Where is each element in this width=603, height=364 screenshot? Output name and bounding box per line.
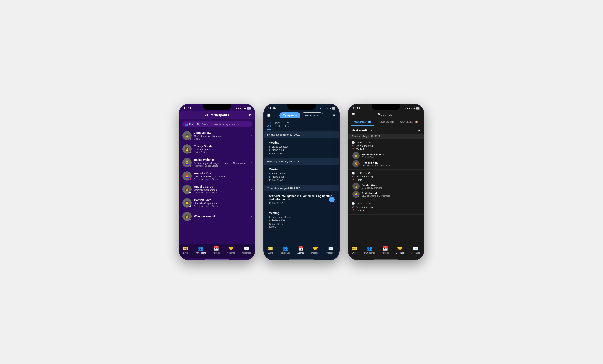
filter-icon-1[interactable]: ▼ <box>248 113 251 117</box>
participant-item-5[interactable]: 👩 Angelle Curtis Umbrella Corporation Re… <box>179 183 255 196</box>
event-icon-3: 🎫 <box>352 246 357 251</box>
nav-messages-1[interactable]: ✉️ Messages <box>242 246 251 254</box>
nav-participants-2[interactable]: 👥 Participants <box>280 246 290 254</box>
location-icon-1: 📍 <box>352 148 355 151</box>
meeting-slot-2[interactable]: 🕐 12:40 - 12:45 👁 On-site meeting 📍 Tabl… <box>348 170 424 200</box>
participant-info-3: Bailee Webster Senior Project Manager at… <box>194 158 248 167</box>
search-divider <box>195 123 195 125</box>
nav-messages-label-1: Messages <box>242 252 251 254</box>
meeting-card-4[interactable]: Meeting September Hunter Arabella Kirk 1… <box>266 209 337 230</box>
agenda-header: ☰ My Agenda Full Agenda ▼ <box>264 111 339 120</box>
people-icon: 👥 <box>185 123 188 126</box>
participant-item-6[interactable]: 🧔 Garrick Love Umbrella Corporation Redm… <box>179 196 255 210</box>
nav-participants-1[interactable]: 👥 Participants <box>195 246 206 254</box>
meeting-title-1: Meeting <box>269 141 334 144</box>
phone3-meetings: 11:29 ▲▲▲ LTE ▓▓ ☰ Meetings ACCEPTED 8 P… <box>348 104 424 260</box>
slot-person-role-1a: Soylent Corp <box>362 156 384 159</box>
network-2: LTE <box>327 107 331 110</box>
battery-icon-1: ▓▓ <box>247 107 251 110</box>
home-indicator-2 <box>290 259 313 260</box>
section-header-3: Thursday, August 18, 2022 <box>264 185 339 191</box>
chevron-right-5: › <box>251 188 252 191</box>
event-icon-1: 🎫 <box>183 246 188 251</box>
meeting-card-3[interactable]: Artificial Intelligence in Biomedical En… <box>266 193 337 207</box>
participants-icon-1: 👥 <box>198 246 203 251</box>
pending-badge: 0 <box>390 121 394 123</box>
participant-org-4: CEO at Umbrella Corporation <box>194 175 248 178</box>
hamburger-icon-1[interactable]: ☰ <box>183 113 186 117</box>
tab-pending[interactable]: PENDING 0 <box>374 119 398 126</box>
avatar-wrap-7: 👩 <box>182 212 192 221</box>
hamburger-icon-2[interactable]: ☰ <box>267 113 270 118</box>
date-tab-mon[interactable]: MON 10 <box>275 122 280 130</box>
nav-event-1[interactable]: 🎫 Event <box>183 246 188 254</box>
eye-icon-3: 👁 <box>352 205 354 208</box>
bottom-nav-1: 🎫 Event 👥 Participants 📅 Agenda 🤝 Meetin… <box>179 244 255 258</box>
nav-agenda-3[interactable]: 📅 Agenda <box>382 246 389 254</box>
slot-person-1a: 👩 September Hunter Soylent Corp <box>352 152 420 159</box>
participant-item-7[interactable]: 👩 Wenona Winfield › <box>179 210 255 223</box>
participant-item-2[interactable]: 👩 Tracey Goddard Massive Dynamic United … <box>179 142 255 156</box>
filter-icon-2[interactable]: ▼ <box>332 113 336 117</box>
nav-event-2[interactable]: 🎫 Event <box>267 246 273 254</box>
meeting-attendee-4b: Arabella Kirk <box>269 219 334 222</box>
participant-loc-1: China <box>194 138 248 140</box>
phone1-participants: 11:19 ▲▲▲ LTE ▓▓ ☰ 21 Participants ▼ 👥 A… <box>179 104 255 260</box>
participant-info-2: Tracey Goddard Massive Dynamic United St… <box>194 145 248 153</box>
accepted-label: ACCEPTED <box>353 121 367 123</box>
agenda-icon-3: 📅 <box>383 246 388 251</box>
day-name-mon: MON <box>275 122 280 124</box>
nav-event-label-1: Event <box>183 252 188 254</box>
nav-meetings-label-2: Meetings <box>311 252 320 254</box>
tab-canceled[interactable]: CANCELED 1 <box>398 119 421 126</box>
slot-avatar-1a: 👩 <box>352 152 359 159</box>
participants-title: 21 Participants <box>205 113 229 117</box>
chevron-right-6: › <box>251 201 252 205</box>
tab-accepted[interactable]: ACCEPTED 8 <box>351 119 374 126</box>
participant-org-1: CEO at Massive Dynamic <box>194 135 248 138</box>
chevron-right-1: › <box>251 134 252 137</box>
signal-icon-1: ▲▲▲ <box>235 107 242 110</box>
day-num-fri: 31 <box>267 124 271 128</box>
nav-participants-3[interactable]: 👥 Participants <box>364 246 375 254</box>
slot-time-3: 🕐 12:45 - 12:50 <box>352 202 420 205</box>
tab-my-agenda[interactable]: My Agenda <box>279 113 301 118</box>
participant-name-5: Angelle Curtis <box>194 185 248 188</box>
date-tab-group: FRI 31 MON 10 THU 18 <box>264 120 339 132</box>
meeting-card-1[interactable]: Meeting Bailee Webster Arabella Kirk 10:… <box>266 139 337 157</box>
tab-full-agenda[interactable]: Full Agenda <box>301 113 324 118</box>
next-meetings-header: Next meetings ∧ <box>348 126 424 134</box>
participant-loc-5: Redmond, United States <box>194 192 248 194</box>
nav-meetings-3[interactable]: 🤝 Meetings <box>396 246 404 254</box>
participant-item-3[interactable]: 👱‍♀️ Bailee Webster Senior Project Manag… <box>179 156 255 169</box>
nav-agenda-2[interactable]: 📅 Agenda <box>297 246 304 254</box>
nav-event-3[interactable]: 🎫 Event <box>352 246 357 254</box>
meeting-card-2[interactable]: Meeting John Marlow Arabella Kirk 13:00 … <box>266 166 337 184</box>
participant-org-5: Umbrella Corporation <box>194 189 248 192</box>
date-tab-fri[interactable]: FRI 31 <box>267 122 271 130</box>
search-bar-1[interactable]: 👥 All ▾ 🔍 Search by name or organisation <box>182 121 252 127</box>
meeting-slot-3[interactable]: 🕐 12:45 - 12:50 👁 On-site meeting 📍 Tabl… <box>348 200 424 215</box>
participant-org-2: Massive Dynamic <box>194 148 248 151</box>
eye-icon-2: 👁 <box>352 175 354 178</box>
participant-item-1[interactable]: 👨 John Marlow CEO at Massive Dynamic Chi… <box>179 129 255 142</box>
nav-meetings-1[interactable]: 🤝 Meetings <box>227 246 235 254</box>
participant-info-4: Arabella Kirk CEO at Umbrella Corporatio… <box>194 171 248 180</box>
participant-item-4[interactable]: 👩‍🦰 Arabella Kirk CEO at Umbrella Corpor… <box>179 169 255 183</box>
nav-meetings-2[interactable]: 🤝 Meetings <box>311 246 320 254</box>
status-icons-3: ▲▲▲ LTE ▓▓ <box>404 107 419 110</box>
agenda-scroll: Friday, December 31, 2021 Meeting Bailee… <box>264 132 339 244</box>
nav-messages-2[interactable]: ✉️ Messages <box>326 246 336 254</box>
hamburger-icon-3[interactable]: ☰ <box>352 113 355 117</box>
date-tab-thu[interactable]: THU 18 <box>284 122 289 130</box>
nav-messages-3[interactable]: ✉️ Messages <box>411 246 420 254</box>
slot-people-2: 👩 Scarlet Ware CTO at Soylent Corp 👩‍🦰 <box>352 182 420 198</box>
meeting-slot-1[interactable]: 🕐 12:35 - 12:40 👁 On-site meeting 📍 Tabl… <box>348 139 424 170</box>
participant-name-6: Garrick Love <box>194 198 248 202</box>
chevron-up-icon[interactable]: ∧ <box>418 128 420 132</box>
meetings-header: ☰ Meetings <box>348 111 424 119</box>
meeting-time-3: 12:00 - 12:30 <box>269 202 334 205</box>
nav-agenda-1[interactable]: 📅 Agenda <box>213 246 220 254</box>
section-header-1: Friday, December 31, 2021 <box>264 132 339 138</box>
all-dropdown[interactable]: 👥 All ▾ <box>185 123 193 126</box>
